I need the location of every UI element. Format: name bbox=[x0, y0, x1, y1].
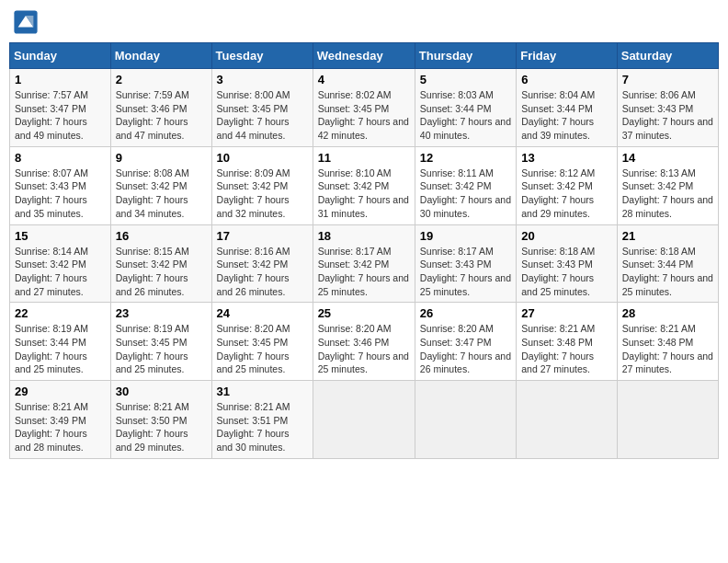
day-number: 10 bbox=[217, 151, 308, 165]
day-number: 14 bbox=[622, 151, 713, 165]
calendar-table: SundayMondayTuesdayWednesdayThursdayFrid… bbox=[9, 42, 719, 459]
day-detail: Sunrise: 8:02 AMSunset: 3:45 PMDaylight:… bbox=[318, 88, 410, 143]
day-cell: 6Sunrise: 8:04 AMSunset: 3:44 PMDaylight… bbox=[517, 69, 618, 147]
day-cell: 30Sunrise: 8:21 AMSunset: 3:50 PMDayligh… bbox=[110, 381, 211, 459]
day-detail: Sunrise: 8:15 AMSunset: 3:42 PMDaylight:… bbox=[116, 245, 207, 299]
day-cell: 5Sunrise: 8:03 AMSunset: 3:44 PMDaylight… bbox=[415, 69, 516, 147]
day-number: 5 bbox=[420, 73, 511, 86]
day-detail: Sunrise: 8:17 AMSunset: 3:43 PMDaylight:… bbox=[420, 245, 511, 299]
day-number: 15 bbox=[15, 229, 106, 243]
day-cell: 16Sunrise: 8:15 AMSunset: 3:42 PMDayligh… bbox=[110, 224, 211, 303]
day-number: 11 bbox=[318, 151, 410, 165]
day-number: 21 bbox=[622, 229, 713, 243]
day-detail: Sunrise: 8:18 AMSunset: 3:43 PMDaylight:… bbox=[521, 245, 612, 299]
day-detail: Sunrise: 8:00 AMSunset: 3:45 PMDaylight:… bbox=[217, 88, 308, 143]
day-detail: Sunrise: 8:20 AMSunset: 3:45 PMDaylight:… bbox=[217, 322, 308, 376]
day-number: 28 bbox=[622, 306, 713, 320]
day-detail: Sunrise: 8:04 AMSunset: 3:44 PMDaylight:… bbox=[521, 88, 612, 143]
day-number: 7 bbox=[622, 73, 713, 86]
day-number: 2 bbox=[116, 73, 207, 86]
day-cell: 10Sunrise: 8:09 AMSunset: 3:42 PMDayligh… bbox=[211, 146, 313, 224]
day-cell: 7Sunrise: 8:06 AMSunset: 3:43 PMDaylight… bbox=[617, 69, 718, 147]
day-number: 30 bbox=[116, 385, 207, 398]
day-cell: 27Sunrise: 8:21 AMSunset: 3:48 PMDayligh… bbox=[517, 303, 618, 381]
day-detail: Sunrise: 7:57 AMSunset: 3:47 PMDaylight:… bbox=[15, 88, 106, 143]
day-cell bbox=[617, 381, 718, 459]
day-number: 12 bbox=[420, 151, 511, 165]
day-cell bbox=[517, 381, 618, 459]
day-detail: Sunrise: 8:10 AMSunset: 3:42 PMDaylight:… bbox=[318, 167, 410, 221]
header-cell-sunday: Sunday bbox=[10, 43, 111, 69]
day-detail: Sunrise: 8:17 AMSunset: 3:42 PMDaylight:… bbox=[318, 245, 410, 299]
day-detail: Sunrise: 8:20 AMSunset: 3:46 PMDaylight:… bbox=[318, 322, 410, 376]
day-number: 18 bbox=[318, 229, 410, 243]
day-number: 25 bbox=[318, 306, 410, 320]
day-number: 27 bbox=[521, 306, 612, 320]
day-detail: Sunrise: 8:18 AMSunset: 3:44 PMDaylight:… bbox=[622, 245, 713, 299]
day-cell bbox=[313, 381, 415, 459]
day-detail: Sunrise: 8:21 AMSunset: 3:51 PMDaylight:… bbox=[217, 400, 308, 454]
day-cell: 17Sunrise: 8:16 AMSunset: 3:42 PMDayligh… bbox=[211, 224, 313, 303]
day-number: 23 bbox=[116, 306, 207, 320]
day-number: 3 bbox=[217, 73, 308, 86]
day-detail: Sunrise: 8:13 AMSunset: 3:42 PMDaylight:… bbox=[622, 167, 713, 221]
header-cell-thursday: Thursday bbox=[415, 43, 516, 69]
day-number: 20 bbox=[521, 229, 612, 243]
day-cell: 2Sunrise: 7:59 AMSunset: 3:46 PMDaylight… bbox=[110, 69, 211, 147]
day-detail: Sunrise: 8:19 AMSunset: 3:44 PMDaylight:… bbox=[15, 322, 106, 376]
day-cell: 19Sunrise: 8:17 AMSunset: 3:43 PMDayligh… bbox=[415, 224, 516, 303]
day-number: 31 bbox=[217, 385, 308, 398]
day-cell: 18Sunrise: 8:17 AMSunset: 3:42 PMDayligh… bbox=[313, 224, 415, 303]
day-detail: Sunrise: 8:16 AMSunset: 3:42 PMDaylight:… bbox=[217, 245, 308, 299]
day-number: 16 bbox=[116, 229, 207, 243]
day-number: 8 bbox=[15, 151, 106, 165]
header-cell-saturday: Saturday bbox=[617, 43, 718, 69]
day-number: 13 bbox=[521, 151, 612, 165]
day-cell: 26Sunrise: 8:20 AMSunset: 3:47 PMDayligh… bbox=[415, 303, 516, 381]
day-cell: 24Sunrise: 8:20 AMSunset: 3:45 PMDayligh… bbox=[211, 303, 313, 381]
day-cell: 25Sunrise: 8:20 AMSunset: 3:46 PMDayligh… bbox=[313, 303, 415, 381]
day-detail: Sunrise: 8:12 AMSunset: 3:42 PMDaylight:… bbox=[521, 167, 612, 221]
header bbox=[9, 9, 719, 35]
day-number: 6 bbox=[521, 73, 612, 86]
day-cell: 3Sunrise: 8:00 AMSunset: 3:45 PMDaylight… bbox=[211, 69, 313, 147]
header-cell-wednesday: Wednesday bbox=[313, 43, 415, 69]
day-cell: 21Sunrise: 8:18 AMSunset: 3:44 PMDayligh… bbox=[617, 224, 718, 303]
day-detail: Sunrise: 8:03 AMSunset: 3:44 PMDaylight:… bbox=[420, 88, 511, 143]
day-cell: 13Sunrise: 8:12 AMSunset: 3:42 PMDayligh… bbox=[517, 146, 618, 224]
week-row-4: 22Sunrise: 8:19 AMSunset: 3:44 PMDayligh… bbox=[10, 303, 719, 381]
day-detail: Sunrise: 8:07 AMSunset: 3:43 PMDaylight:… bbox=[15, 167, 106, 221]
week-row-1: 1Sunrise: 7:57 AMSunset: 3:47 PMDaylight… bbox=[10, 69, 719, 147]
day-cell: 9Sunrise: 8:08 AMSunset: 3:42 PMDaylight… bbox=[110, 146, 211, 224]
day-detail: Sunrise: 7:59 AMSunset: 3:46 PMDaylight:… bbox=[116, 88, 207, 143]
day-number: 19 bbox=[420, 229, 511, 243]
day-cell: 29Sunrise: 8:21 AMSunset: 3:49 PMDayligh… bbox=[10, 381, 111, 459]
logo-icon bbox=[13, 9, 39, 35]
header-cell-monday: Monday bbox=[110, 43, 211, 69]
day-cell: 14Sunrise: 8:13 AMSunset: 3:42 PMDayligh… bbox=[617, 146, 718, 224]
header-cell-tuesday: Tuesday bbox=[211, 43, 313, 69]
day-cell: 11Sunrise: 8:10 AMSunset: 3:42 PMDayligh… bbox=[313, 146, 415, 224]
day-detail: Sunrise: 8:08 AMSunset: 3:42 PMDaylight:… bbox=[116, 167, 207, 221]
day-number: 29 bbox=[15, 385, 106, 398]
day-cell: 1Sunrise: 7:57 AMSunset: 3:47 PMDaylight… bbox=[10, 69, 111, 147]
day-cell: 4Sunrise: 8:02 AMSunset: 3:45 PMDaylight… bbox=[313, 69, 415, 147]
day-number: 22 bbox=[15, 306, 106, 320]
header-cell-friday: Friday bbox=[517, 43, 618, 69]
week-row-5: 29Sunrise: 8:21 AMSunset: 3:49 PMDayligh… bbox=[10, 381, 719, 459]
day-detail: Sunrise: 8:14 AMSunset: 3:42 PMDaylight:… bbox=[15, 245, 106, 299]
day-detail: Sunrise: 8:20 AMSunset: 3:47 PMDaylight:… bbox=[420, 322, 511, 376]
week-row-3: 15Sunrise: 8:14 AMSunset: 3:42 PMDayligh… bbox=[10, 224, 719, 303]
day-cell: 23Sunrise: 8:19 AMSunset: 3:45 PMDayligh… bbox=[110, 303, 211, 381]
day-detail: Sunrise: 8:21 AMSunset: 3:49 PMDaylight:… bbox=[15, 400, 106, 454]
day-cell bbox=[415, 381, 516, 459]
day-detail: Sunrise: 8:21 AMSunset: 3:48 PMDaylight:… bbox=[622, 322, 713, 376]
day-cell: 28Sunrise: 8:21 AMSunset: 3:48 PMDayligh… bbox=[617, 303, 718, 381]
header-row: SundayMondayTuesdayWednesdayThursdayFrid… bbox=[10, 43, 719, 69]
day-number: 9 bbox=[116, 151, 207, 165]
day-number: 4 bbox=[318, 73, 410, 86]
day-detail: Sunrise: 8:09 AMSunset: 3:42 PMDaylight:… bbox=[217, 167, 308, 221]
day-cell: 15Sunrise: 8:14 AMSunset: 3:42 PMDayligh… bbox=[10, 224, 111, 303]
day-number: 17 bbox=[217, 229, 308, 243]
day-number: 24 bbox=[217, 306, 308, 320]
